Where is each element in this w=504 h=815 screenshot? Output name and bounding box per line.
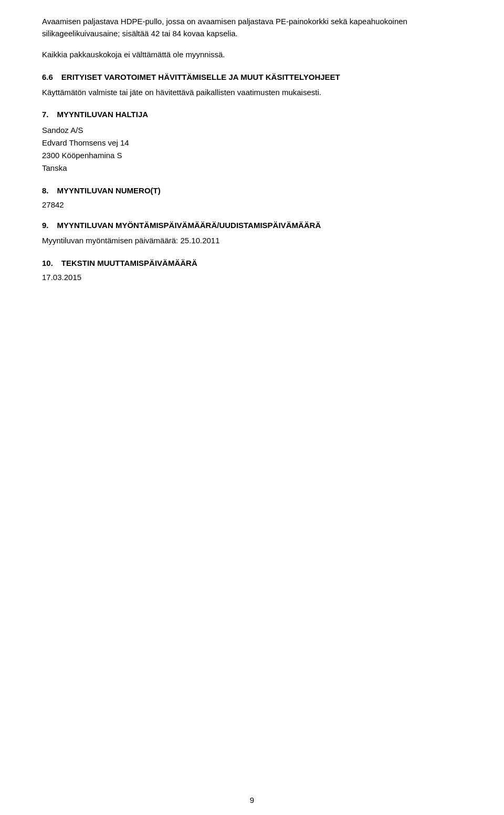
- section-10-number: 10.: [42, 259, 53, 267]
- section-8-number: 8.: [42, 186, 49, 195]
- address-line-1: Sandoz A/S: [42, 124, 462, 137]
- section-8-title: MYYNTILUVAN NUMERO(T): [57, 186, 161, 195]
- section-9-number: 9.: [42, 221, 49, 230]
- section-6-6-heading: 6.6 Erityiset varotoimet hävittämiselle …: [42, 73, 462, 81]
- intro-paragraph-2: Kaikkia pakkauskokoja ei välttämättä ole…: [42, 49, 462, 61]
- intro-block: Avaamisen paljastava HDPE-pullo, jossa o…: [42, 16, 462, 61]
- section-6-6-title: Erityiset varotoimet hävittämiselle ja m…: [61, 73, 340, 81]
- section-10-block: 10. TEKSTIN MUUTTAMISPÄIVÄMÄÄRÄ 17.03.20…: [42, 259, 462, 282]
- address-line-4: Tanska: [42, 162, 462, 174]
- section-7-title: MYYNTILUVAN HALTIJA: [57, 110, 149, 119]
- page-container: Avaamisen paljastava HDPE-pullo, jossa o…: [0, 0, 504, 815]
- section-9-block: 9. MYYNTILUVAN MYÖNTÄMISPÄIVÄMÄÄRÄ/UUDIS…: [42, 221, 462, 247]
- section-6-6-number: 6.6: [42, 73, 53, 81]
- section-8-heading: 8. MYYNTILUVAN NUMERO(T): [42, 186, 462, 195]
- section-10-title: TEKSTIN MUUTTAMISPÄIVÄMÄÄRÄ: [61, 259, 197, 267]
- section-9-title: MYYNTILUVAN MYÖNTÄMISPÄIVÄMÄÄRÄ/UUDISTAM…: [57, 221, 321, 230]
- intro-paragraph-1: Avaamisen paljastava HDPE-pullo, jossa o…: [42, 16, 462, 39]
- section-9-label: Myyntiluvan myöntämisen päivämäärä: 25.1…: [42, 235, 462, 247]
- section-7-address: Sandoz A/S Edvard Thomsens vej 14 2300 K…: [42, 124, 462, 174]
- section-8-block: 8. MYYNTILUVAN NUMERO(T) 27842: [42, 186, 462, 209]
- section-6-6-body: Käyttämätön valmiste tai jäte on hävitet…: [42, 87, 462, 99]
- section-9-heading: 9. MYYNTILUVAN MYÖNTÄMISPÄIVÄMÄÄRÄ/UUDIS…: [42, 221, 462, 230]
- section-10-value: 17.03.2015: [42, 273, 462, 282]
- address-line-3: 2300 Kööpenhamina S: [42, 149, 462, 162]
- address-line-2: Edvard Thomsens vej 14: [42, 137, 462, 149]
- section-10-heading: 10. TEKSTIN MUUTTAMISPÄIVÄMÄÄRÄ: [42, 259, 462, 267]
- section-7-heading: 7. MYYNTILUVAN HALTIJA: [42, 110, 462, 119]
- section-8-value: 27842: [42, 200, 462, 209]
- page-number: 9: [250, 796, 254, 804]
- section-7-block: 7. MYYNTILUVAN HALTIJA Sandoz A/S Edvard…: [42, 110, 462, 174]
- section-6-6-block: 6.6 Erityiset varotoimet hävittämiselle …: [42, 73, 462, 99]
- section-7-number: 7.: [42, 110, 49, 119]
